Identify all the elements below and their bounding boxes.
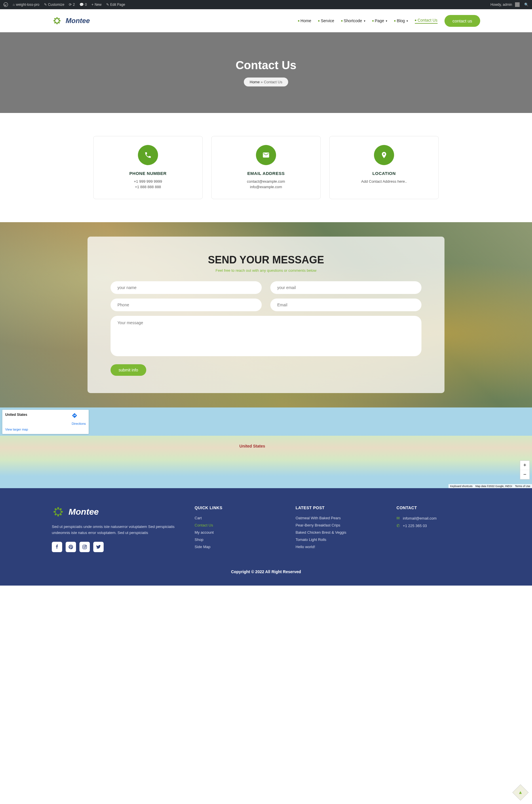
edit-page-link[interactable]: ✎Edit Page <box>106 3 125 7</box>
chevron-down-icon: ▾ <box>406 19 408 22</box>
search-icon[interactable]: 🔍 <box>524 3 529 7</box>
phone-icon <box>138 145 158 165</box>
contact-phone-text: +1 225 365 03 <box>403 524 427 528</box>
nav-page-label: Page <box>375 18 384 23</box>
logo-icon <box>52 16 62 26</box>
social-links <box>52 542 177 552</box>
logo[interactable]: Montee <box>52 16 90 26</box>
phone-card: PHONE NUMBER +1 999 999 9999 +1 888 888 … <box>93 136 203 199</box>
contact-heading: CONTACT <box>396 506 480 510</box>
chevron-down-icon: ▾ <box>364 19 365 22</box>
wp-admin-bar: ⌂weight-loss-pro ✎Customize ⟳2 💬0 +New ✎… <box>0 0 532 9</box>
map-zoom-controls: + − <box>520 460 530 479</box>
zoom-in-button[interactable]: + <box>520 461 529 470</box>
nav-home-label: Home <box>301 18 311 23</box>
quick-links-heading: QUICK LINKS <box>195 506 278 510</box>
footer-about: Montee Sed ut perspiciatis unde omnis is… <box>52 506 177 552</box>
wp-logo[interactable] <box>3 2 8 7</box>
phone-line1: +1 999 999 9999 <box>102 179 194 184</box>
new-text: New <box>95 3 102 7</box>
phone-input[interactable] <box>111 298 262 311</box>
comments-count: 0 <box>85 3 87 7</box>
nav-service[interactable]: Service <box>318 18 334 23</box>
zoom-out-button[interactable]: − <box>520 470 529 479</box>
footer-link-account[interactable]: My account <box>195 530 278 534</box>
breadcrumb-sep: » <box>261 80 263 84</box>
post-link[interactable]: Baked Chicken Brest & Veggis <box>296 530 379 534</box>
nav-contact[interactable]: Contact Us <box>415 18 437 24</box>
message-textarea[interactable] <box>111 316 421 356</box>
phone-line2: +1 888 888 888 <box>102 185 194 189</box>
post-link[interactable]: Oatmeal With Baked Pears <box>296 516 379 520</box>
nav-blog[interactable]: Blog▾ <box>394 18 408 23</box>
twitter-icon[interactable] <box>93 542 103 552</box>
pinterest-icon[interactable] <box>65 542 76 552</box>
logo-text: Montee <box>65 17 90 25</box>
location-title: LOCATION <box>338 171 430 176</box>
nav-page[interactable]: Page▾ <box>372 18 387 23</box>
site-header: Montee Home Service Shortcode▾ Page▾ Blo… <box>0 9 532 32</box>
updates-count: 2 <box>73 3 75 7</box>
nav-blog-label: Blog <box>397 18 405 23</box>
facebook-icon[interactable] <box>52 542 62 552</box>
map-title: United States <box>5 413 27 425</box>
map-data: Map data ©2022 Google, INEGI <box>475 485 512 488</box>
breadcrumb-home[interactable]: Home <box>250 80 260 84</box>
post-link[interactable]: Pear-Berry Breakfast Crips <box>296 523 379 527</box>
contact-us-button[interactable]: contact us <box>444 15 480 27</box>
footer-logo[interactable]: Montee <box>52 506 177 518</box>
location-line1: Add Contact Address here.. <box>338 179 430 184</box>
pencil-icon: ✎ <box>106 3 109 7</box>
footer-link-shop[interactable]: Shop <box>195 537 278 542</box>
email-card: EMAIL ADDRESS contact@example.com info@e… <box>211 136 321 199</box>
customize-link[interactable]: ✎Customize <box>44 3 64 7</box>
contact-phone: ✆+1 225 365 03 <box>396 523 480 528</box>
view-larger-link[interactable]: View larger map <box>5 428 86 431</box>
email-line2: info@example.com <box>220 185 312 189</box>
location-icon <box>374 145 394 165</box>
keyboard-shortcuts[interactable]: Keyboard shortcuts <box>450 485 473 488</box>
plus-icon: + <box>92 3 94 7</box>
submit-button[interactable]: submit info <box>111 364 146 376</box>
howdy[interactable]: Howdy, admin <box>491 2 520 7</box>
page-title: Contact Us <box>235 59 296 72</box>
new-link[interactable]: +New <box>92 3 102 7</box>
instagram-icon[interactable] <box>79 542 90 552</box>
footer-logo-text: Montee <box>69 507 99 517</box>
map-section[interactable]: United States United States Directions V… <box>0 407 532 488</box>
footer-quick-links: QUICK LINKS Cart Contact Us My account S… <box>195 506 278 552</box>
footer-link-sitemap[interactable]: Side Map <box>195 545 278 549</box>
contact-email-text: infomail@email.com <box>403 516 436 520</box>
contact-form-section: SEND YOUR MESSAGE Feel free to reach out… <box>0 222 532 407</box>
mail-icon: ✉ <box>396 516 400 520</box>
terms-link[interactable]: Terms of Use <box>515 485 530 488</box>
site-name-text: weight-loss-pro <box>16 3 39 7</box>
footer-description: Sed ut perspiciatis unde omnis iste natu… <box>52 524 177 536</box>
footer-link-cart[interactable]: Cart <box>195 516 278 520</box>
nav-home[interactable]: Home <box>298 18 311 23</box>
comments-link[interactable]: 💬0 <box>79 3 87 7</box>
avatar-icon <box>515 2 520 7</box>
nav-shortcode[interactable]: Shortcode▾ <box>341 18 365 23</box>
howdy-text: Howdy, admin <box>491 3 512 7</box>
post-link[interactable]: Tomato Light Rolls <box>296 537 379 542</box>
directions-link[interactable]: Directions <box>72 413 86 425</box>
location-card: LOCATION Add Contact Address here.. <box>329 136 439 199</box>
contact-email: ✉infomail@email.com <box>396 516 480 520</box>
phone-title: PHONE NUMBER <box>102 171 194 176</box>
post-link[interactable]: Hello world! <box>296 545 379 549</box>
site-name[interactable]: ⌂weight-loss-pro <box>13 3 39 7</box>
updates-link[interactable]: ⟳2 <box>69 3 75 7</box>
email-line1: contact@example.com <box>220 179 312 184</box>
footer-link-contact[interactable]: Contact Us <box>195 523 278 527</box>
footer-latest-posts: LATEST POST Oatmeal With Baked Pears Pea… <box>296 506 379 552</box>
info-cards: PHONE NUMBER +1 999 999 9999 +1 888 888 … <box>0 113 532 222</box>
page-hero: Contact Us Home » Contact Us <box>0 32 532 113</box>
name-input[interactable] <box>111 281 262 294</box>
edit-text: Edit Page <box>110 3 125 7</box>
email2-input[interactable] <box>270 298 421 311</box>
chevron-down-icon: ▾ <box>386 19 387 22</box>
email-input[interactable] <box>270 281 421 294</box>
main-nav: Home Service Shortcode▾ Page▾ Blog▾ Cont… <box>298 15 480 27</box>
map-attribution: Keyboard shortcuts Map data ©2022 Google… <box>449 484 532 488</box>
